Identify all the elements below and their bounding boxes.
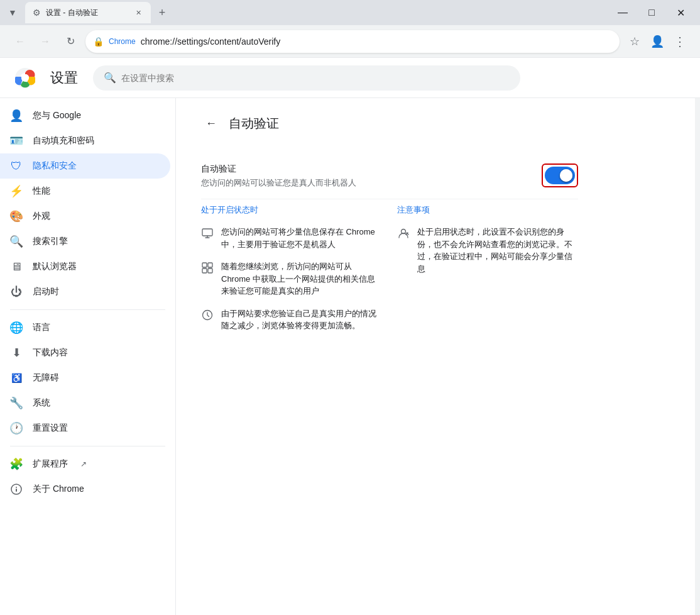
svg-point-2	[21, 74, 29, 82]
tab-close-btn[interactable]: ✕	[133, 8, 143, 18]
right-scrollbar[interactable]	[695, 98, 700, 615]
sidebar-label-about: 关于 Chrome	[33, 484, 84, 495]
maximize-btn[interactable]: □	[637, 3, 666, 23]
sidebar-label-google: 您与 Google	[33, 110, 81, 121]
google-icon: 👤	[10, 109, 23, 122]
clock-icon	[201, 309, 214, 321]
downloads-icon: ⬇	[10, 346, 23, 359]
sidebar-item-extensions[interactable]: 🧩 扩展程序 ↗	[0, 452, 170, 477]
sidebar-divider-1	[10, 309, 165, 310]
forward-nav-btn[interactable]: →	[35, 31, 55, 52]
sidebar-item-google[interactable]: 👤 您与 Google	[0, 103, 170, 128]
address-url: chrome://settings/content/autoVerify	[141, 36, 612, 47]
settings-title: 设置	[50, 69, 78, 87]
performance-icon: ⚡	[10, 185, 23, 197]
startup-icon: ⏻	[10, 285, 23, 298]
notes-item-0-text: 处于启用状态时，此设置不会识别您的身份，也不会允许网站查看您的浏览记录。不过，在…	[417, 226, 578, 275]
svg-rect-7	[202, 263, 207, 267]
notes-section-title: 注意事项	[397, 204, 578, 216]
toggle-highlight	[542, 163, 578, 187]
settings-body: 👤 您与 Google 🪪 自动填充和密码 🛡 隐私和安全 ⚡ 性能 🎨	[0, 98, 700, 615]
sidebar-item-system[interactable]: 🔧 系统	[0, 391, 170, 416]
sidebar-item-language[interactable]: 🌐 语言	[0, 315, 170, 340]
search-input[interactable]	[121, 73, 510, 83]
sidebar-label-downloads: 下载内容	[33, 347, 68, 358]
active-tab[interactable]: ⚙ 设置 - 自动验证 ✕	[25, 2, 151, 23]
sidebar-item-privacy[interactable]: 🛡 隐私和安全	[0, 153, 170, 179]
sidebar-item-about[interactable]: 关于 Chrome	[0, 477, 170, 502]
person-icon	[397, 227, 410, 240]
recent-tabs-btn[interactable]: ▼	[5, 5, 20, 20]
appearance-icon: 🎨	[10, 210, 23, 223]
sidebar-label-system: 系统	[33, 397, 50, 409]
active-item-1: 随着您继续浏览，所访问的网站可从 Chrome 中获取上一个网站提供的相关信息来…	[201, 260, 382, 297]
bookmark-btn[interactable]: ☆	[625, 31, 645, 52]
chrome-badge: Chrome	[109, 37, 136, 46]
autofill-icon: 🪪	[10, 135, 23, 147]
back-button[interactable]: ←	[201, 113, 221, 133]
close-btn[interactable]: ✕	[666, 3, 695, 23]
svg-rect-9	[202, 269, 207, 273]
nav-bar: ← → ↻ 🔒 Chrome chrome://settings/content…	[0, 25, 700, 58]
page-title-row: ← 自动验证	[201, 113, 578, 133]
active-item-0: 您访问的网站可将少量信息保存在 Chrome 中，主要用于验证您不是机器人	[201, 226, 382, 250]
reload-btn[interactable]: ↻	[60, 31, 80, 52]
active-item-0-text: 您访问的网站可将少量信息保存在 Chrome 中，主要用于验证您不是机器人	[221, 226, 382, 250]
settings-content: ← 自动验证 自动验证 您访问的网站可以验证您是真人而非机器人	[176, 98, 695, 615]
notes-item-0: 处于启用状态时，此设置不会识别您的身份，也不会允许网站查看您的浏览记录。不过，在…	[397, 226, 578, 275]
security-icon: 🔒	[93, 36, 104, 47]
sidebar-label-appearance: 外观	[33, 211, 50, 222]
sidebar-label-accessibility: 无障碍	[33, 372, 59, 384]
active-item-1-text: 随着您继续浏览，所访问的网站可从 Chrome 中获取上一个网站提供的相关信息来…	[221, 260, 382, 297]
info-grid: 处于开启状态时 您访问的网站可将少量信息保存在 C	[201, 204, 578, 342]
sidebar-divider-2	[10, 446, 165, 446]
search-icon: 🔍	[104, 72, 116, 84]
default-browser-icon: 🖥	[10, 260, 23, 273]
language-icon: 🌐	[10, 321, 23, 334]
active-item-2-text: 由于网站要求您验证自己是真实用户的情况随之减少，浏览体验将变得更加流畅。	[221, 308, 382, 332]
about-icon	[10, 483, 23, 496]
minimize-btn[interactable]: —	[608, 3, 637, 23]
external-link-icon: ↗	[80, 460, 87, 468]
sidebar-item-performance[interactable]: ⚡ 性能	[0, 179, 170, 204]
browser-content: 设置 🔍 👤 您与 Google 🪪 自动填充和密码 🛡	[0, 58, 700, 615]
sidebar-item-appearance[interactable]: 🎨 外观	[0, 204, 170, 229]
sidebar-label-search: 搜索引擎	[33, 236, 68, 247]
sidebar-item-downloads[interactable]: ⬇ 下载内容	[0, 340, 170, 365]
active-section: 处于开启状态时 您访问的网站可将少量信息保存在 C	[201, 204, 382, 342]
system-icon: 🔧	[10, 397, 23, 409]
sidebar-item-accessibility[interactable]: ♿ 无障碍	[0, 365, 170, 391]
auto-verify-toggle[interactable]	[545, 167, 575, 184]
accessibility-icon: ♿	[10, 372, 23, 384]
sidebar-label-default-browser: 默认浏览器	[33, 261, 77, 272]
sidebar-item-reset[interactable]: 🕐 重置设置	[0, 416, 170, 441]
nav-actions: ☆ 👤 ⋮	[625, 31, 690, 52]
search-engine-icon: 🔍	[10, 235, 23, 248]
sidebar-item-autofill[interactable]: 🪪 自动填充和密码	[0, 128, 170, 153]
back-nav-btn[interactable]: ←	[10, 31, 30, 52]
monitor-icon	[201, 227, 214, 240]
sidebar-item-default-browser[interactable]: 🖥 默认浏览器	[0, 254, 170, 279]
search-bar[interactable]: 🔍	[93, 65, 520, 91]
sidebar-label-reset: 重置设置	[33, 423, 68, 434]
sidebar-label-language: 语言	[33, 322, 50, 333]
sidebar-label-autofill: 自动填充和密码	[33, 135, 94, 147]
browser-frame: ▼ ⚙ 设置 - 自动验证 ✕ + — □ ✕ ← → ↻ 🔒 Chrome c…	[0, 0, 700, 615]
sidebar-item-startup[interactable]: ⏻ 启动时	[0, 279, 170, 304]
svg-rect-10	[208, 269, 212, 273]
svg-rect-5	[16, 489, 17, 492]
profile-btn[interactable]: 👤	[647, 31, 667, 52]
setting-desc: 您访问的网站可以验证您是真人而非机器人	[201, 177, 532, 189]
settings-header: 设置 🔍	[0, 58, 700, 98]
address-bar[interactable]: 🔒 Chrome chrome://settings/content/autoV…	[85, 30, 620, 53]
sidebar-label-extensions: 扩展程序	[33, 458, 68, 470]
privacy-icon: 🛡	[10, 160, 23, 172]
menu-btn[interactable]: ⋮	[670, 31, 690, 52]
tab-favicon: ⚙	[33, 8, 41, 18]
sidebar-item-search[interactable]: 🔍 搜索引擎	[0, 229, 170, 254]
new-tab-btn[interactable]: +	[153, 4, 171, 21]
notes-section: 注意事项	[397, 204, 578, 342]
extensions-icon: 🧩	[10, 458, 23, 470]
setting-info: 自动验证 您访问的网站可以验证您是真人而非机器人	[201, 163, 532, 189]
auto-verify-setting-row: 自动验证 您访问的网站可以验证您是真人而非机器人	[201, 153, 578, 199]
